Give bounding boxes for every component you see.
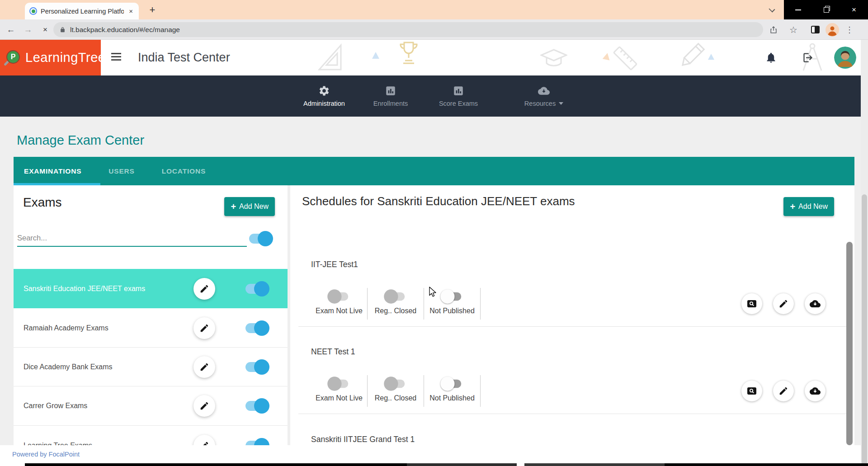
browser-tab[interactable]: Personalized Learning Platform | × — [25, 3, 139, 19]
stop-loading-button[interactable]: × — [38, 19, 52, 40]
preview-schedule-button[interactable] — [741, 293, 762, 314]
nav-score-exams[interactable]: Score Exams — [431, 75, 486, 117]
exam-enabled-toggle[interactable] — [244, 438, 269, 446]
powered-by-link[interactable]: Powered by FocalPoint — [12, 451, 80, 458]
window-minimize-button[interactable] — [784, 0, 812, 19]
page-title: Manage Exam Center — [17, 133, 144, 148]
pencil-icon — [199, 441, 209, 446]
search-filter-toggle[interactable] — [248, 231, 273, 246]
download-schedule-button[interactable] — [805, 381, 826, 401]
exam-row[interactable]: Ramaiah Academy Exams — [14, 308, 288, 348]
back-button[interactable]: ← — [4, 19, 18, 40]
mouse-cursor — [428, 287, 439, 298]
footer: Powered by FocalPoint — [0, 445, 868, 463]
nav-enrollments[interactable]: Enrollments — [363, 75, 418, 117]
watermark-triangle-icon — [708, 53, 715, 61]
tab-users[interactable]: USERS — [108, 167, 134, 175]
exam-enabled-toggle[interactable] — [244, 359, 269, 375]
edit-exam-button[interactable] — [193, 317, 215, 339]
edit-exam-button[interactable] — [193, 435, 215, 446]
exams-panel: Exams + Add New Sanskriti Education JEE/… — [14, 185, 288, 445]
tab-locations[interactable]: LOCATIONS — [162, 167, 206, 175]
browser-tab-bar: Personalized Learning Platform | × + × — [0, 0, 868, 19]
tab-search-chevron-icon[interactable] — [769, 6, 775, 12]
browser-toolbar: ← → × lt.backpack.education/#/ec/manage … — [0, 19, 868, 40]
user-avatar[interactable] — [834, 47, 856, 69]
menu-icon[interactable] — [111, 53, 121, 61]
tab-close-icon[interactable]: × — [127, 7, 134, 15]
exams-panel-title: Exams — [23, 195, 62, 210]
watermark-ruler-icon — [609, 42, 641, 74]
edit-exam-button[interactable] — [193, 356, 215, 378]
download-schedule-button[interactable] — [805, 293, 826, 314]
exam-row[interactable]: Dice Academy Bank Exams — [14, 347, 288, 386]
schedule-actions — [741, 293, 826, 314]
add-schedule-button[interactable]: + Add New — [783, 197, 834, 216]
nav-resources[interactable]: Resources — [512, 75, 576, 117]
exam-live-toggle[interactable] — [327, 289, 351, 303]
registration-toggle[interactable] — [384, 289, 407, 303]
center-name: India Test Center — [138, 40, 230, 75]
side-panel-icon[interactable] — [808, 19, 822, 40]
window-controls: × — [784, 0, 868, 19]
taskbar-edge — [0, 463, 868, 466]
exam-enabled-toggle[interactable] — [244, 398, 269, 414]
schedule-row: IIT-JEE Test1 Exam Not Live Reg.. Closed… — [290, 260, 854, 327]
browser-profile-avatar[interactable] — [824, 19, 841, 40]
plus-icon: + — [790, 202, 795, 212]
tab-examinations[interactable]: EXAMINATIONS — [24, 167, 81, 175]
add-exam-button[interactable]: + Add New — [224, 197, 275, 216]
exam-row[interactable]: Learning Tree Exams — [14, 426, 288, 445]
exam-name: Ramaiah Academy Exams — [24, 324, 108, 332]
search-input[interactable] — [17, 230, 247, 247]
pencil-icon — [199, 401, 209, 411]
app-logo[interactable]: P LearningTree — [0, 40, 101, 75]
exam-row[interactable]: Sanskriti Education JEE/NEET exams — [14, 269, 288, 308]
logout-icon[interactable] — [802, 52, 814, 66]
edit-exam-button[interactable] — [193, 278, 215, 300]
watermark-triangle-icon — [603, 52, 611, 61]
exam-row[interactable]: Carrer Grow Exams — [14, 386, 288, 426]
nav-administration[interactable]: Administration — [297, 75, 351, 117]
tab-title: Personalized Learning Platform | — [41, 8, 124, 15]
edit-schedule-button[interactable] — [773, 293, 794, 314]
watermark-gradcap-icon — [540, 48, 567, 69]
forward-button[interactable]: → — [21, 19, 35, 40]
brand-name: LearningTree — [25, 50, 105, 65]
published-toggle[interactable] — [440, 289, 464, 303]
main-nav: Administration Enrollments Score Exams R… — [0, 75, 868, 117]
section-tabs: EXAMINATIONS USERS LOCATIONS — [14, 157, 854, 185]
site-favicon-icon — [29, 7, 37, 15]
chevron-down-icon[interactable] — [559, 102, 563, 105]
new-tab-button[interactable]: + — [146, 3, 159, 17]
schedule-actions — [741, 381, 826, 401]
panel-scrollbar[interactable] — [846, 242, 853, 445]
address-bar[interactable]: lt.backpack.education/#/ec/manage — [53, 22, 763, 37]
exam-live-toggle[interactable] — [327, 377, 351, 391]
edit-schedule-button[interactable] — [773, 381, 794, 401]
cloud-download-icon — [538, 85, 550, 97]
published-toggle[interactable] — [440, 377, 464, 391]
exam-enabled-toggle[interactable] — [244, 281, 269, 297]
share-icon[interactable] — [766, 19, 781, 40]
pencil-icon — [199, 323, 209, 333]
registration-toggle[interactable] — [384, 377, 407, 391]
window-close-button[interactable]: × — [840, 0, 868, 19]
pencil-icon — [199, 362, 209, 372]
status-registration: Reg.. Closed — [368, 375, 424, 407]
exam-name: Carrer Grow Exams — [24, 402, 87, 410]
notifications-icon[interactable] — [765, 52, 777, 66]
status-published: Not Published — [424, 375, 481, 407]
exam-enabled-toggle[interactable] — [244, 320, 269, 336]
exam-list: Sanskriti Education JEE/NEET exams Ramai… — [14, 269, 288, 445]
browser-menu-icon[interactable]: ⋮ — [843, 19, 856, 40]
preview-schedule-button[interactable] — [741, 381, 762, 401]
schedules-panel: Schedules for Sanskriti Education JEE/NE… — [290, 185, 854, 445]
edit-exam-button[interactable] — [193, 395, 215, 417]
page-scrollbar[interactable] — [861, 40, 868, 466]
watermark-triangle-icon — [372, 52, 380, 60]
window-restore-button[interactable] — [812, 0, 840, 19]
page-scrollbar-thumb[interactable] — [862, 194, 867, 466]
bookmark-star-icon[interactable]: ☆ — [786, 19, 801, 40]
schedule-name: Sanskriti IITJEE Grand Test 1 — [311, 435, 415, 444]
